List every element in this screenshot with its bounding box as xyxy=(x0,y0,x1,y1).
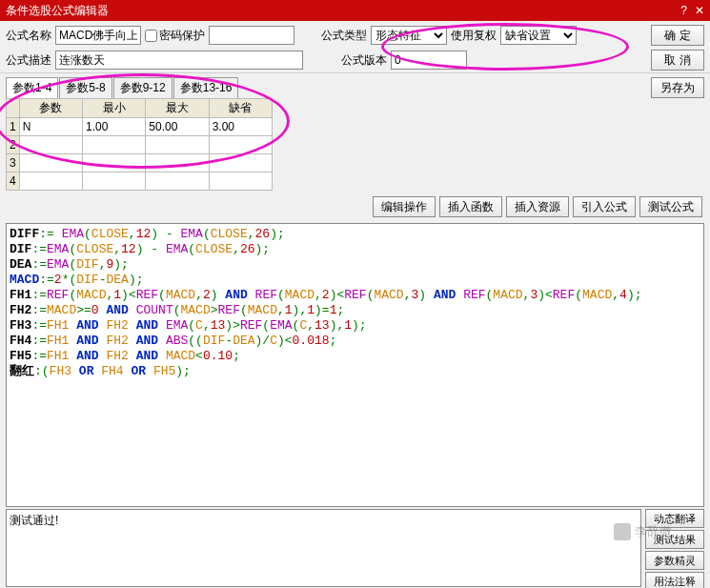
insert-res-button[interactable]: 插入资源 xyxy=(506,196,569,217)
password-label: 密码保护 xyxy=(159,28,205,44)
fuquan-label: 使用复权 xyxy=(451,28,497,44)
window-title: 条件选股公式编辑器 xyxy=(6,3,109,19)
version-input[interactable] xyxy=(391,51,467,70)
watermark: 李辞微 xyxy=(614,523,672,540)
table-row: 4 xyxy=(7,172,273,191)
param-max-1[interactable] xyxy=(149,119,205,134)
version-label: 公式版本 xyxy=(341,52,387,69)
tab-params-9-12[interactable]: 参数9-12 xyxy=(113,77,172,98)
type-select[interactable]: 形态特征 xyxy=(371,26,447,45)
desc-label: 公式描述 xyxy=(6,52,51,69)
help-icon[interactable]: ? xyxy=(680,4,687,17)
toolbar: 公式名称 密码保护 公式类型 形态特征 使用复权 缺省设置 确 定 公式描述 公… xyxy=(0,21,710,73)
col-def: 缺省 xyxy=(209,99,272,118)
name-input[interactable] xyxy=(55,26,141,45)
mid-area: 参数1-4 参数5-8 参数9-12 参数13-16 参数 最小 最大 缺省 1 xyxy=(0,73,710,221)
window-controls: ? ✕ xyxy=(680,4,704,17)
ok-button[interactable]: 确 定 xyxy=(651,25,704,46)
tab-params-1-4[interactable]: 参数1-4 xyxy=(6,77,58,98)
wechat-icon xyxy=(614,523,631,540)
param-def-1[interactable] xyxy=(213,119,269,134)
desc-input[interactable] xyxy=(55,51,303,70)
saveas-button[interactable]: 另存为 xyxy=(651,77,704,98)
type-label: 公式类型 xyxy=(321,28,367,44)
tab-params-13-16[interactable]: 参数13-16 xyxy=(173,77,239,98)
import-button[interactable]: 引入公式 xyxy=(573,196,636,217)
param-min-1[interactable] xyxy=(86,119,142,134)
bottom-panel: 测试通过! 动态翻译 测试结果 参数精灵 用法注释 xyxy=(6,509,704,588)
col-min: 最小 xyxy=(83,99,146,118)
edit-ops-button[interactable]: 编辑操作 xyxy=(373,196,436,217)
usage-note-button[interactable]: 用法注释 xyxy=(645,572,704,588)
cancel-button[interactable]: 取 消 xyxy=(651,50,704,71)
insert-fn-button[interactable]: 插入函数 xyxy=(439,196,502,217)
param-wizard-button[interactable]: 参数精灵 xyxy=(645,551,704,570)
status-box: 测试通过! xyxy=(6,509,641,587)
password-checkbox[interactable] xyxy=(145,30,157,42)
param-table: 参数 最小 最大 缺省 1 2 3 4 xyxy=(6,98,273,191)
name-label: 公式名称 xyxy=(6,28,51,44)
table-row: 1 xyxy=(7,118,273,136)
tab-params-5-8[interactable]: 参数5-8 xyxy=(59,77,112,98)
action-row: 编辑操作 插入函数 插入资源 引入公式 测试公式 xyxy=(6,196,704,217)
fuquan-select[interactable]: 缺省设置 xyxy=(500,26,577,45)
table-row: 2 xyxy=(7,136,273,154)
param-tabs: 参数1-4 参数5-8 参数9-12 参数13-16 xyxy=(6,77,273,98)
param-name-1[interactable] xyxy=(23,119,79,134)
table-row: 3 xyxy=(7,154,273,172)
test-button[interactable]: 测试公式 xyxy=(639,196,702,217)
col-param: 参数 xyxy=(19,99,82,118)
password-input[interactable] xyxy=(209,26,294,45)
close-icon[interactable]: ✕ xyxy=(695,4,704,17)
titlebar: 条件选股公式编辑器 ? ✕ xyxy=(0,0,710,21)
code-editor[interactable]: DIFF:= EMA(CLOSE,12) - EMA(CLOSE,26); DI… xyxy=(6,223,704,507)
col-max: 最大 xyxy=(146,99,209,118)
